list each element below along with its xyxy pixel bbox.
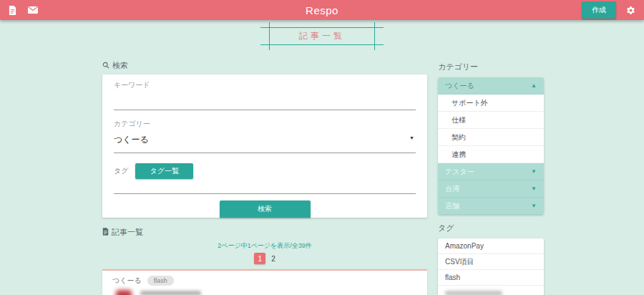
category-child-support-gai[interactable]: サポート外: [438, 95, 544, 112]
article-tag-chip: flash: [147, 276, 174, 286]
app-header: Respo 作成: [0, 0, 644, 20]
avatar: [116, 290, 132, 295]
chevron-up-icon: ▲: [531, 82, 537, 89]
tag-list: AmazonPay CSV項目 flash アドバンスドモード: [438, 238, 544, 295]
gear-icon[interactable]: [626, 6, 635, 15]
mail-icon[interactable]: [28, 6, 38, 14]
create-button[interactable]: 作成: [582, 1, 616, 19]
articles-section-label: 記事一覧: [102, 227, 427, 238]
articles-icon[interactable]: [9, 6, 16, 15]
redacted-text: [445, 291, 502, 295]
tag-item-amazonpay[interactable]: AmazonPay: [438, 238, 544, 254]
article-category: つくーる: [112, 276, 142, 286]
category-child-keiyaku[interactable]: 契約: [438, 129, 544, 146]
document-icon: [102, 228, 109, 237]
pagination: 2ページ中1ページを表示/全39件 1 2: [102, 241, 427, 264]
page-button-2[interactable]: 2: [271, 255, 275, 263]
app-title: Respo: [0, 4, 644, 16]
category-item-tester[interactable]: テスター ▼: [438, 163, 544, 180]
article-card[interactable]: つくーる flash: [102, 269, 427, 295]
search-icon: [102, 62, 109, 70]
category-child-shiyou[interactable]: 仕様: [438, 112, 544, 129]
tag-item-flash[interactable]: flash: [438, 270, 544, 286]
keyword-label: キーワード: [114, 80, 416, 90]
page-button-1[interactable]: 1: [254, 253, 265, 264]
category-item-taiwan[interactable]: 台湾 ▼: [438, 180, 544, 198]
redacted-title: [140, 291, 201, 295]
chevron-down-icon: ▼: [531, 185, 537, 192]
search-section-label: 検索: [102, 60, 427, 71]
category-label: カテゴリー: [114, 119, 416, 129]
category-list: つくーる ▲ サポート外 仕様 契約 連携 テスター ▼ 台湾 ▼ 店舗 ▼: [438, 77, 544, 215]
category-selected-value: つくーる: [114, 135, 149, 145]
tag-item-csv[interactable]: CSV項目: [438, 254, 544, 270]
category-select[interactable]: つくーる ▼: [114, 129, 416, 153]
chevron-down-icon: ▼: [531, 203, 537, 209]
tag-item-redacted[interactable]: [438, 286, 544, 295]
category-item-tsukuru[interactable]: つくーる ▲: [438, 77, 544, 95]
category-sidebar-heading: カテゴリー: [438, 62, 544, 72]
page-title-text: 記事一覧: [299, 31, 345, 41]
search-submit-button[interactable]: 検索: [220, 200, 311, 218]
keyword-input[interactable]: [114, 90, 416, 110]
page-title: 記事一覧: [269, 27, 375, 45]
pagination-info: 2ページ中1ページを表示/全39件: [102, 241, 427, 251]
tag-label: タグ: [114, 166, 128, 176]
chevron-down-icon: ▼: [409, 135, 414, 140]
category-item-tenpo[interactable]: 店舗 ▼: [438, 198, 544, 215]
tag-list-button[interactable]: タグ一覧: [135, 163, 192, 179]
chevron-down-icon: ▼: [531, 168, 537, 175]
category-child-renkei[interactable]: 連携: [438, 146, 544, 163]
search-form-card: キーワード カテゴリー つくーる ▼ タグ タグ一覧 検索: [102, 74, 427, 218]
tag-sidebar-heading: タグ: [438, 223, 544, 233]
